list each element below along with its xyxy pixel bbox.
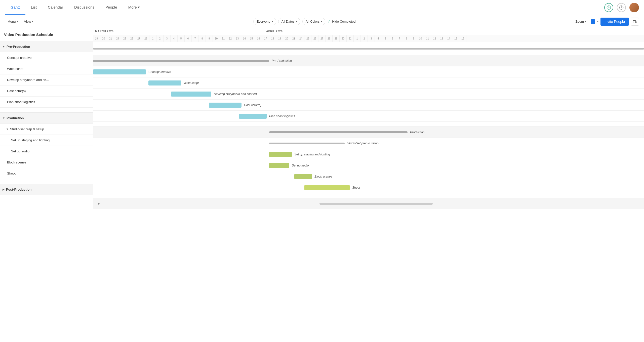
view-label: View	[24, 20, 31, 23]
shoot-bar-label: Shoot	[352, 186, 360, 189]
all-dates-filter[interactable]: All Dates ▾	[278, 18, 300, 25]
gantt-day-30: 30	[340, 35, 347, 42]
tab-discussions[interactable]: Discussions	[69, 1, 100, 15]
tab-calendar[interactable]: Calendar	[42, 1, 69, 15]
task-set-up-staging-label: Set up staging and lighting	[0, 138, 93, 142]
gantt-cast-actors-row: Cast actor(s)	[93, 100, 644, 111]
gantt-day-9: 9	[206, 35, 213, 42]
task-shoot[interactable]: Shoot	[0, 168, 93, 179]
history-icon[interactable]	[604, 3, 613, 12]
section-pre-production[interactable]: ▼ Pre-Production	[0, 41, 93, 52]
gantt-day-16: 16	[255, 35, 262, 42]
toolbar: Menu ▾ View ▾ Everyone ▾ All Dates ▾ All…	[0, 15, 644, 28]
task-write-script[interactable]: Write script	[0, 63, 93, 74]
svg-marker-3	[636, 21, 637, 22]
color-dropdown-arrow[interactable]: ▾	[597, 20, 598, 23]
collapse-triangle-3: ▼	[6, 128, 9, 131]
gantt-day-19: 19	[93, 35, 100, 42]
gantt-day-26: 26	[128, 35, 135, 42]
section-pre-production-label: ▼ Pre-Production	[0, 45, 93, 49]
collapse-triangle-2: ▼	[3, 117, 5, 119]
section-post-production[interactable]: ▶ Post-Production	[0, 184, 93, 195]
gantt-day-21: 21	[107, 35, 114, 42]
block-scenes-bar-label: Block scenes	[314, 175, 332, 178]
gantt-month-row: MARCH 2020 APRIL 2020	[93, 28, 644, 35]
gantt-day-15: 15	[452, 35, 459, 42]
task-studio-set-prep[interactable]: ▼ Studio/set prep & setup	[0, 124, 93, 135]
task-cast-actors[interactable]: Cast actor(s)	[0, 86, 93, 97]
gantt-day-15: 15	[248, 35, 255, 42]
tab-people[interactable]: People	[100, 1, 123, 15]
svg-rect-4	[633, 20, 636, 23]
pre-production-section-bar	[93, 60, 269, 62]
gantt-day-18: 18	[269, 35, 276, 42]
gantt-day-3: 3	[368, 35, 375, 42]
toolbar-left: Menu ▾ View ▾	[5, 18, 36, 25]
nav-tabs: Gantt List Calendar Discussions People M…	[5, 1, 604, 15]
plan-shoot-bar	[239, 114, 267, 119]
task-plan-shoot[interactable]: Plan shoot logistics	[0, 97, 93, 108]
task-block-scenes[interactable]: Block scenes	[0, 157, 93, 168]
gantt-day-29: 29	[333, 35, 340, 42]
tab-more[interactable]: More ▾	[123, 1, 145, 15]
view-dropdown-arrow: ▾	[32, 20, 33, 23]
gantt-day-28: 28	[326, 35, 333, 42]
all-colors-filter[interactable]: All Colors ▾	[302, 18, 326, 25]
block-scenes-bar	[294, 174, 312, 179]
set-up-audio-bar-label: Set up audio	[292, 164, 309, 167]
menu-label: Menu	[8, 20, 16, 23]
everyone-filter[interactable]: Everyone ▾	[253, 18, 276, 25]
camera-button[interactable]	[631, 18, 639, 26]
project-title-row: Video Production Schedule	[0, 28, 93, 41]
gantt-day-2: 2	[156, 35, 164, 42]
gantt-body: Pre-Production Concept creative Write sc…	[93, 42, 644, 209]
set-up-staging-bar	[269, 152, 292, 157]
tab-gantt[interactable]: Gantt	[5, 1, 25, 15]
gantt-day-12: 12	[227, 35, 234, 42]
gantt-area[interactable]: MARCH 2020 APRIL 2020 192021242526272812…	[93, 28, 644, 342]
gantt-day-4: 4	[171, 35, 178, 42]
color-picker[interactable]	[591, 19, 595, 24]
zoom-button[interactable]: Zoom ▾	[573, 18, 589, 25]
march-2020-label: MARCH 2020	[93, 28, 264, 35]
production-section-bar	[269, 131, 408, 133]
task-develop-storyboard[interactable]: Develop storyboard and sh...	[0, 74, 93, 86]
gantt-day-8: 8	[199, 35, 206, 42]
help-icon[interactable]	[617, 3, 626, 12]
post-production-section-bar	[319, 203, 433, 205]
all-dates-arrow: ▾	[296, 20, 297, 23]
everyone-label: Everyone	[257, 20, 270, 23]
gantt-spacer-2	[93, 193, 644, 198]
cast-actors-bar-label: Cast actor(s)	[244, 103, 261, 107]
concept-creative-bar	[93, 69, 146, 74]
invite-people-button[interactable]: Invite People	[600, 18, 629, 26]
collapse-triangle-4: ▶	[3, 188, 5, 191]
tab-list[interactable]: List	[25, 1, 42, 15]
gantt-day-17: 17	[262, 35, 269, 42]
gantt-day-24: 24	[114, 35, 121, 42]
gantt-day-5: 5	[178, 35, 185, 42]
gantt-day-10: 10	[417, 35, 424, 42]
task-set-up-audio[interactable]: Set up audio	[0, 146, 93, 157]
gantt-day-21: 21	[290, 35, 297, 42]
gantt-day-20: 20	[283, 35, 290, 42]
collapse-triangle: ▼	[3, 45, 5, 48]
section-production[interactable]: ▼ Production	[0, 113, 93, 124]
pre-production-bar-label: Pre-Production	[272, 59, 292, 63]
gantt-day-9: 9	[410, 35, 417, 42]
gantt-pre-production-row: Pre-Production	[93, 55, 644, 66]
avatar[interactable]	[629, 3, 639, 12]
develop-storyboard-bar-label: Develop storyboard and shot list	[214, 92, 257, 96]
gantt-header: MARCH 2020 APRIL 2020 192021242526272812…	[93, 28, 644, 42]
task-studio-set-prep-label: ▼ Studio/set prep & setup	[0, 127, 93, 131]
menu-button[interactable]: Menu ▾	[5, 18, 21, 25]
view-button[interactable]: View ▾	[22, 18, 36, 25]
gantt-production-row: Production	[93, 127, 644, 138]
gantt-studio-set-prep-row: Studio/set prep & setup	[93, 138, 644, 149]
gantt-day-19: 19	[276, 35, 283, 42]
task-concept-creative[interactable]: Concept creative	[0, 52, 93, 63]
gantt-day-11: 11	[424, 35, 431, 42]
studio-set-prep-bar	[269, 143, 345, 144]
task-set-up-staging[interactable]: Set up staging and lighting	[0, 135, 93, 146]
hide-completed-toggle[interactable]: ✓ Hide Completed	[327, 19, 355, 24]
